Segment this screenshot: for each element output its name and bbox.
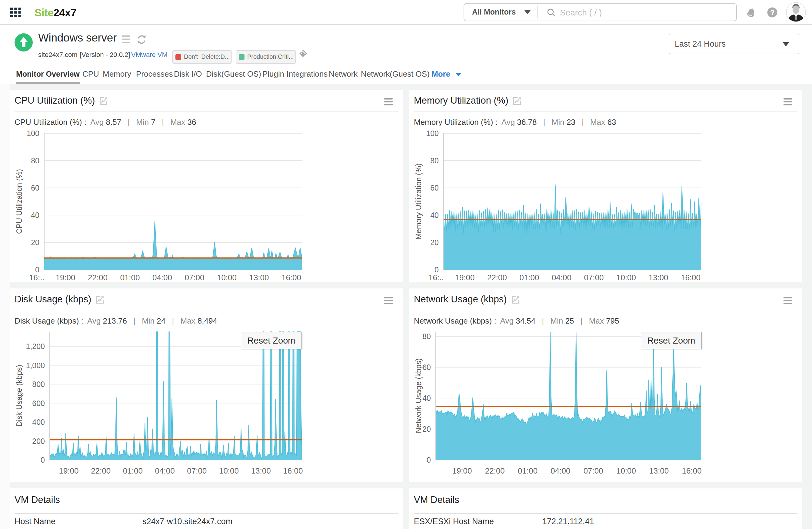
svg-text:16:00: 16:00 — [682, 466, 702, 475]
svg-text:1,200: 1,200 — [26, 342, 45, 351]
svg-text:40: 40 — [31, 211, 39, 219]
svg-text:01:00: 01:00 — [120, 273, 140, 282]
svg-text:13:00: 13:00 — [251, 466, 271, 475]
svg-text:100: 100 — [426, 129, 439, 137]
svg-text:07:00: 07:00 — [187, 466, 207, 475]
svg-text:60: 60 — [31, 183, 39, 192]
svg-text:13:00: 13:00 — [648, 273, 668, 282]
svg-text:07:00: 07:00 — [583, 466, 603, 475]
svg-text:10:00: 10:00 — [219, 466, 239, 475]
svg-text:1,000: 1,000 — [26, 361, 45, 370]
svg-text:22:00: 22:00 — [88, 273, 107, 282]
svg-text:16:..: 16:.. — [429, 273, 444, 282]
svg-text:100: 100 — [27, 129, 39, 137]
svg-text:0: 0 — [35, 265, 39, 274]
svg-text:01:00: 01:00 — [518, 466, 537, 475]
svg-text:19:00: 19:00 — [452, 466, 472, 475]
svg-text:0: 0 — [41, 456, 45, 464]
svg-text:19:00: 19:00 — [455, 273, 475, 282]
svg-text:400: 400 — [32, 418, 45, 426]
svg-text:60: 60 — [422, 363, 431, 371]
svg-text:?: ? — [770, 9, 775, 17]
svg-text:04:00: 04:00 — [153, 273, 172, 282]
svg-text:22:00: 22:00 — [485, 466, 505, 475]
svg-text:16:00: 16:00 — [681, 273, 700, 282]
svg-text:20: 20 — [31, 238, 39, 247]
svg-text:16:00: 16:00 — [283, 466, 303, 475]
svg-text:13:00: 13:00 — [249, 273, 269, 282]
svg-text:10:00: 10:00 — [217, 273, 237, 282]
svg-text:19:00: 19:00 — [56, 273, 75, 282]
svg-text:22:00: 22:00 — [487, 273, 507, 282]
svg-text:20: 20 — [422, 425, 431, 433]
svg-text:Network Usage (kbps): Network Usage (kbps) — [414, 358, 423, 433]
svg-text:80: 80 — [430, 156, 439, 165]
svg-text:40: 40 — [422, 394, 431, 402]
svg-text:07:00: 07:00 — [185, 273, 204, 282]
svg-text:01:00: 01:00 — [519, 273, 539, 282]
svg-text:04:00: 04:00 — [551, 466, 570, 475]
svg-text:04:00: 04:00 — [155, 466, 175, 475]
svg-text:Memory Utilization (%): Memory Utilization (%) — [414, 163, 423, 239]
svg-text:19:00: 19:00 — [59, 466, 78, 475]
svg-text:800: 800 — [32, 380, 45, 388]
svg-text:600: 600 — [32, 399, 45, 408]
svg-text:04:00: 04:00 — [552, 273, 571, 282]
svg-text:40: 40 — [430, 211, 439, 219]
svg-text:10:00: 10:00 — [616, 273, 636, 282]
svg-text:80: 80 — [422, 332, 431, 340]
svg-text:10:00: 10:00 — [616, 466, 636, 475]
svg-text:16:00: 16:00 — [281, 273, 301, 282]
svg-text:0: 0 — [426, 456, 431, 464]
svg-text:CPU Utilization (%): CPU Utilization (%) — [15, 169, 23, 234]
svg-text:60: 60 — [430, 183, 439, 192]
svg-text:0: 0 — [434, 265, 439, 274]
svg-text:20: 20 — [430, 238, 439, 247]
svg-text:16:..: 16:.. — [29, 273, 45, 282]
svg-text:01:00: 01:00 — [123, 466, 143, 475]
svg-text:22:00: 22:00 — [91, 466, 111, 475]
svg-text:07:00: 07:00 — [584, 273, 604, 282]
svg-text:80: 80 — [31, 156, 39, 165]
svg-text:200: 200 — [32, 437, 45, 445]
svg-text:Disk Usage (kbps): Disk Usage (kbps) — [15, 365, 23, 427]
svg-text:13:00: 13:00 — [649, 466, 669, 475]
